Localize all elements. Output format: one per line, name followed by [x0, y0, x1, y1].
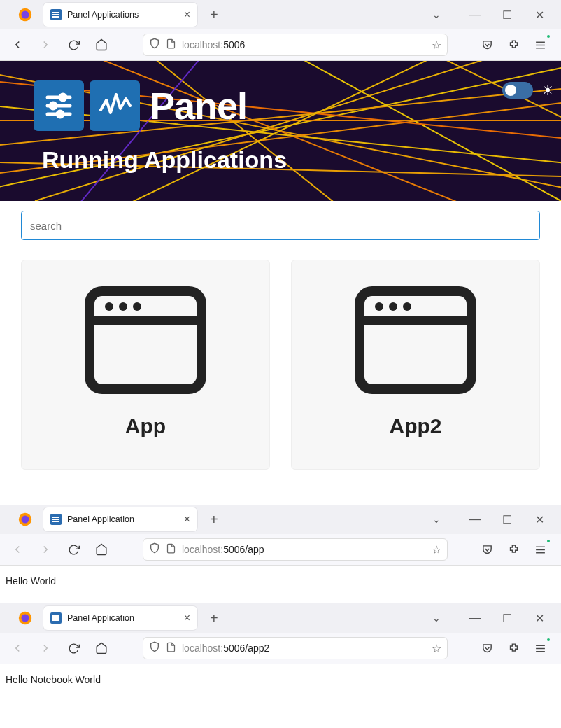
- close-tab-icon[interactable]: ×: [184, 513, 190, 526]
- sun-icon: ☀: [541, 82, 554, 99]
- app-card[interactable]: App: [21, 260, 270, 470]
- minimize-icon[interactable]: —: [466, 8, 484, 21]
- shield-icon[interactable]: [149, 542, 160, 556]
- minimize-icon[interactable]: —: [466, 513, 484, 526]
- tab-title: Panel Applications: [67, 10, 178, 20]
- browser-window-main: Panel Applications × + ⌄ — ☐ ✕: [0, 0, 561, 61]
- new-tab-button[interactable]: +: [210, 7, 218, 23]
- site-info-icon[interactable]: [166, 642, 176, 655]
- shield-icon[interactable]: [149, 641, 160, 655]
- site-info-icon[interactable]: [166, 543, 176, 556]
- svg-point-38: [389, 302, 397, 311]
- svg-rect-4: [52, 16, 59, 18]
- close-window-icon[interactable]: ✕: [530, 8, 548, 22]
- tab-title: Panel Application: [67, 514, 178, 524]
- toolbar: localhost:5006 ☆: [0, 29, 561, 60]
- browser-window-app: Panel Application × + ⌄ — ☐ ✕ localhost:…: [0, 505, 561, 566]
- tab-favicon-icon: [50, 612, 62, 624]
- back-button[interactable]: [7, 34, 28, 55]
- page-body: App App2: [0, 201, 561, 479]
- svg-rect-44: [52, 521, 59, 522]
- svg-point-41: [22, 516, 29, 524]
- maximize-icon[interactable]: ☐: [498, 513, 516, 526]
- page-content: Hello World: [0, 566, 561, 596]
- menu-icon[interactable]: [530, 35, 550, 55]
- maximize-icon[interactable]: ☐: [498, 8, 516, 22]
- window-controls: — ☐ ✕: [466, 513, 558, 526]
- reload-button[interactable]: [63, 638, 84, 659]
- titlebar: Panel Application × + ⌄ — ☐ ✕: [0, 505, 561, 534]
- toolbar-right: [473, 540, 554, 559]
- menu-icon[interactable]: [530, 540, 550, 559]
- card-title: App: [125, 414, 166, 438]
- url-text: localhost:5006: [182, 39, 426, 50]
- toolbar: localhost:5006/app ☆: [0, 534, 561, 565]
- svg-rect-51: [52, 617, 59, 619]
- tab-favicon-icon: [50, 514, 62, 525]
- tab-title: Panel Application: [67, 613, 178, 623]
- pocket-icon[interactable]: [477, 638, 497, 658]
- site-info-icon[interactable]: [166, 38, 176, 52]
- pocket-icon[interactable]: [477, 540, 497, 559]
- svg-point-27: [60, 94, 66, 100]
- dark-mode-toggle[interactable]: [502, 82, 533, 99]
- hero-subtitle: Running Applications: [42, 146, 527, 174]
- url-bar[interactable]: localhost:5006/app2 ☆: [143, 637, 448, 659]
- bookmark-icon[interactable]: ☆: [432, 38, 441, 52]
- svg-rect-43: [52, 519, 59, 520]
- app-card[interactable]: App2: [291, 260, 540, 470]
- url-text: localhost:5006/app2: [182, 643, 426, 654]
- forward-button[interactable]: [35, 539, 56, 560]
- window-controls: — ☐ ✕: [466, 8, 558, 22]
- url-bar[interactable]: localhost:5006/app ☆: [143, 538, 448, 561]
- back-button[interactable]: [7, 638, 28, 659]
- svg-point-37: [375, 302, 383, 311]
- menu-icon[interactable]: [530, 638, 550, 658]
- url-bar[interactable]: localhost:5006 ☆: [143, 34, 448, 56]
- card-title: App2: [390, 414, 442, 438]
- pocket-icon[interactable]: [477, 35, 497, 55]
- minimize-icon[interactable]: —: [466, 612, 484, 624]
- maximize-icon[interactable]: ☐: [498, 612, 516, 625]
- extensions-icon[interactable]: [504, 540, 523, 559]
- close-tab-icon[interactable]: ×: [184, 612, 190, 624]
- new-tab-button[interactable]: +: [210, 512, 218, 528]
- browser-tab[interactable]: Panel Application ×: [43, 606, 197, 630]
- page-content: Hello Notebook World: [0, 664, 561, 695]
- new-tab-button[interactable]: +: [210, 610, 218, 626]
- search-input[interactable]: [21, 211, 540, 240]
- home-button[interactable]: [91, 539, 112, 560]
- svg-point-33: [119, 302, 127, 311]
- browser-tab[interactable]: Panel Application ×: [43, 507, 197, 531]
- forward-button[interactable]: [35, 34, 56, 55]
- bookmark-icon[interactable]: ☆: [432, 642, 441, 655]
- window-controls: — ☐ ✕: [466, 612, 558, 625]
- close-tab-icon[interactable]: ×: [184, 8, 190, 21]
- bookmark-icon[interactable]: ☆: [432, 543, 441, 556]
- browser-tab[interactable]: Panel Applications ×: [43, 3, 197, 27]
- sliders-icon: [34, 80, 84, 131]
- close-window-icon[interactable]: ✕: [530, 612, 548, 625]
- tab-overview-icon[interactable]: ⌄: [432, 612, 441, 624]
- tab-overview-icon[interactable]: ⌄: [432, 9, 441, 20]
- toolbar-right: [473, 35, 554, 55]
- close-window-icon[interactable]: ✕: [530, 513, 548, 526]
- extensions-icon[interactable]: [504, 35, 523, 55]
- svg-point-39: [403, 302, 411, 311]
- svg-point-34: [133, 302, 141, 311]
- svg-point-28: [50, 103, 56, 108]
- shield-icon[interactable]: [149, 38, 160, 52]
- forward-button[interactable]: [35, 638, 56, 659]
- extensions-icon[interactable]: [504, 638, 523, 658]
- svg-point-29: [57, 111, 63, 117]
- home-button[interactable]: [91, 638, 112, 659]
- window-icon: [84, 286, 207, 395]
- titlebar: Panel Application × + ⌄ — ☐ ✕: [0, 603, 561, 633]
- toolbar: localhost:5006/app2 ☆: [0, 633, 561, 664]
- back-button[interactable]: [7, 539, 28, 560]
- tab-overview-icon[interactable]: ⌄: [432, 514, 441, 525]
- reload-button[interactable]: [63, 34, 84, 55]
- reload-button[interactable]: [63, 539, 84, 560]
- hero-title: Panel: [150, 84, 247, 127]
- home-button[interactable]: [91, 34, 112, 55]
